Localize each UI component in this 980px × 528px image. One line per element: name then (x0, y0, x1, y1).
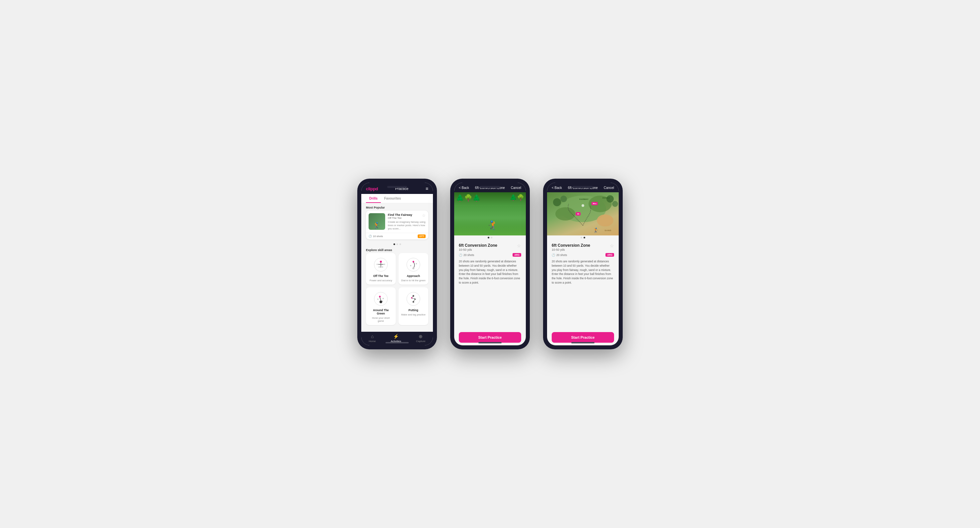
svg-point-7 (382, 266, 383, 268)
phone-3: < Back 6ft Conversion Zone Cancel (543, 179, 623, 349)
explore-label: Explore skill areas (361, 246, 433, 253)
skill-grid: Off The Tee Power and accuracy (361, 253, 433, 328)
shots-info: 🕐 20 shots (459, 254, 474, 257)
drill-tag: OTT (418, 234, 426, 238)
drill-detail-body-3: 6ft Conversion Zone 10-50 yds ☆ 🕐 20 sho… (547, 240, 619, 329)
svg-point-34 (606, 195, 614, 203)
svg-point-20 (407, 292, 420, 306)
drill-info: Find The Fairway Off The Tee ☆ Create an… (388, 213, 426, 230)
favourite-star-icon-3[interactable]: ☆ (610, 243, 614, 249)
nav-activities[interactable]: ⚡ Activities (391, 334, 401, 343)
svg-point-19 (382, 301, 383, 302)
drill-range-3: 10-50 yds (552, 248, 590, 251)
skill-card-off-the-tee[interactable]: Off The Tee Power and accuracy (366, 253, 396, 285)
approach-icon (405, 256, 422, 273)
drill-hero-image: 🌲🌳🌲 🌲🌳 🏌️ (454, 192, 526, 235)
back-button[interactable]: < Back (459, 186, 469, 190)
drill-description-3: 20 shots are randomly generated at dista… (552, 259, 614, 285)
dot-3 (399, 243, 401, 245)
tab-favourites[interactable]: Favourites (381, 194, 404, 203)
drill-detail-title: 6ft Conversion Zone (459, 243, 497, 248)
svg-point-9 (413, 261, 414, 263)
favourite-star-icon[interactable]: ☆ (422, 213, 426, 218)
svg-point-11 (410, 265, 411, 266)
nav-home[interactable]: ⌂ Home (369, 334, 375, 343)
svg-point-24 (413, 301, 414, 303)
drill-subtitle: Off The Tee (388, 217, 412, 220)
nav-capture-label: Capture (416, 340, 425, 343)
menu-icon[interactable]: ≡ (426, 186, 428, 191)
image-dot-3-2 (584, 237, 585, 238)
cancel-button-3[interactable]: Cancel (604, 186, 614, 190)
skill-name-approach: Approach (407, 274, 420, 278)
nav-title: Practice (395, 187, 408, 191)
svg-point-14 (380, 300, 382, 303)
detail-title-3: 6ft Conversion Zone (568, 186, 598, 190)
image-dot-3-1 (581, 237, 582, 238)
drill-detail-body: 6ft Conversion Zone 10-50 yds ☆ 🕐 20 sho… (454, 240, 526, 329)
tab-drills[interactable]: Drills (366, 194, 381, 203)
svg-point-16 (379, 296, 381, 298)
skill-card-approach[interactable]: Approach Dial-in to hit the green (398, 253, 428, 285)
phone2-header: < Back 6ft Conversion Zone Cancel (454, 183, 526, 192)
most-popular-label: Most Popular (361, 203, 433, 211)
drill-thumbnail: 🏌️ (369, 213, 385, 230)
featured-drill-card[interactable]: 🏌️ Find The Fairway Off The Tee ☆ Create… (366, 211, 428, 239)
skill-desc-approach: Dial-in to hit the green (401, 279, 425, 282)
svg-point-35 (612, 201, 618, 207)
drill-detail-title-3: 6ft Conversion Zone (552, 243, 590, 248)
svg-point-36 (582, 204, 584, 207)
shots-info-3: 🕐 20 shots (552, 254, 567, 257)
skill-card-putting[interactable]: Putting Make and lag practice (398, 287, 428, 325)
nav-home-label: Home (369, 340, 375, 343)
clock-icon-3: 🕐 (552, 254, 555, 257)
svg-point-12 (416, 263, 417, 264)
skill-card-atg[interactable]: Around The Green Hone your short game (366, 287, 396, 325)
skill-name-putting: Putting (408, 308, 418, 312)
drill-title: Find The Fairway (388, 213, 412, 217)
skill-name-atg: Around The Green (369, 308, 393, 315)
svg-point-4 (377, 264, 378, 265)
start-practice-button-3[interactable]: Start Practice (552, 332, 614, 343)
favourite-star-icon[interactable]: ☆ (517, 243, 521, 249)
sand-label: SAND (605, 230, 611, 231)
drill-footer: 🕐 10 shots OTT (366, 233, 428, 239)
rough-label: ROUGH (603, 197, 610, 199)
nav-activities-label: Activities (391, 340, 401, 343)
capture-icon: ⊕ (419, 334, 423, 339)
svg-line-15 (380, 297, 381, 300)
svg-line-25 (412, 297, 414, 298)
drill-range: 10-50 yds (459, 248, 497, 251)
svg-point-23 (414, 298, 416, 300)
phone-1: clippd Practice ≡ Drills Favourites Most… (357, 179, 437, 349)
tabs-bar: Drills Favourites (361, 194, 433, 203)
dot-1 (393, 243, 395, 245)
drill-description: 20 shots are randomly generated at dista… (459, 259, 521, 285)
svg-point-32 (553, 198, 561, 206)
drill-map-image: Miss Hit 🏌️ SAND FAIRWAY ROUGH (547, 192, 619, 235)
back-button-3[interactable]: < Back (552, 186, 562, 190)
svg-point-1 (380, 261, 382, 263)
phone1-header: clippd Practice ≡ (361, 183, 433, 194)
nav-capture[interactable]: ⊕ Capture (416, 334, 425, 343)
carousel-dots (361, 242, 433, 246)
svg-point-31 (597, 215, 613, 227)
skill-desc-putting: Make and lag practice (401, 313, 425, 316)
image-dot-1 (488, 237, 489, 238)
detail-title: 6ft Conversion Zone (475, 186, 505, 190)
svg-point-21 (413, 295, 414, 297)
fairway-label: FAIRWAY (579, 198, 589, 200)
image-dot-2 (491, 237, 492, 238)
svg-point-6 (379, 266, 380, 268)
content-area: Most Popular 🏌️ Find The Fairway Off The… (361, 203, 433, 332)
drill-category-tag-3: ARG (605, 253, 614, 257)
start-practice-button[interactable]: Start Practice (459, 332, 521, 343)
svg-point-18 (377, 298, 379, 300)
home-icon: ⌂ (371, 334, 374, 339)
cancel-button[interactable]: Cancel (511, 186, 521, 190)
golfer-position: 🏌️ (593, 228, 599, 233)
svg-point-5 (384, 264, 385, 265)
dot-2 (396, 243, 398, 245)
clock-icon: 🕐 (369, 235, 372, 238)
skill-name-ott: Off The Tee (373, 274, 388, 278)
